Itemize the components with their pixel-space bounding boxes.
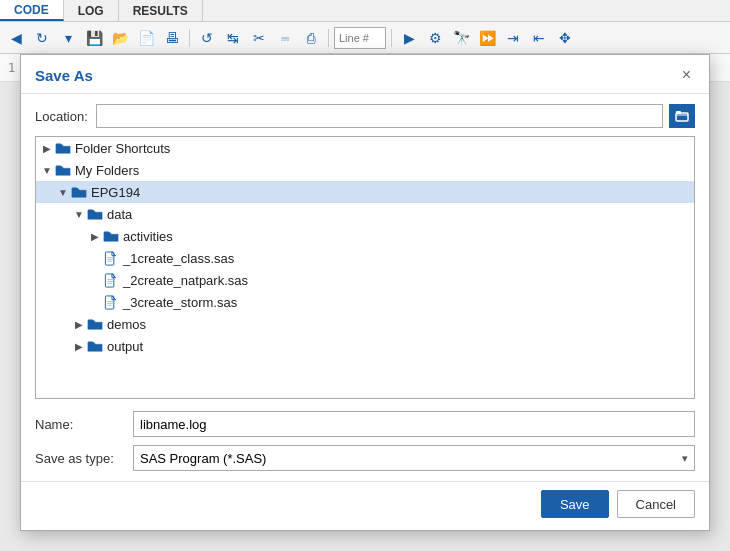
folder-icon-data [86,206,104,222]
sep1 [189,29,190,47]
cut-icon[interactable]: ✂ [247,26,271,50]
save-as-type-select[interactable]: SAS Program (*.SAS) ▾ [133,445,695,471]
dialog-close-button[interactable]: × [678,65,695,85]
svg-rect-20 [88,342,93,345]
svg-rect-0 [676,113,688,121]
dedent-icon[interactable]: ⇤ [527,26,551,50]
save-button[interactable]: Save [541,490,609,518]
print-icon[interactable]: 🖶 [160,26,184,50]
dialog-titlebar: Save As × [21,55,709,94]
new-icon[interactable]: 📄 [134,26,158,50]
svg-rect-19 [88,320,93,323]
tree-item-file3[interactable]: _3create_storm.sas [36,291,694,313]
tree-arrow-activities: ▶ [88,231,102,242]
dialog-body: Location: ▶ Folder Shortcuts▼ My Folders… [21,94,709,481]
folder-icon-demos [86,316,104,332]
undo-icon[interactable]: ↻ [30,26,54,50]
tree-item-folder_shortcuts[interactable]: ▶ Folder Shortcuts [36,137,694,159]
tree-item-data[interactable]: ▼ data [36,203,694,225]
tab-log[interactable]: LOG [64,0,119,21]
line-number-input[interactable] [334,27,386,49]
folder-icon-activities [102,228,120,244]
play-icon[interactable]: ▶ [397,26,421,50]
paste-icon[interactable]: ⎙ [299,26,323,50]
settings-icon[interactable]: ⚙ [423,26,447,50]
tree-arrow-demos: ▶ [72,319,86,330]
tree-item-activities[interactable]: ▶ activities [36,225,694,247]
tree-item-file2[interactable]: _2create_natpark.sas [36,269,694,291]
undo-dropdown-icon[interactable]: ▾ [56,26,80,50]
select-arrow-icon: ▾ [682,452,688,465]
save-as-type-label: Save as type: [35,451,125,466]
redo-icon[interactable]: ↺ [195,26,219,50]
tree-arrow-data: ▼ [72,209,86,220]
tree-arrow-epg194: ▼ [56,187,70,198]
folder-icon-my_folders [54,162,72,178]
save-icon[interactable]: 💾 [82,26,106,50]
tab-bar: CODE LOG RESULTS [0,0,730,22]
folder-icon-folder_shortcuts [54,140,72,156]
open-icon[interactable]: 📂 [108,26,132,50]
save-as-type-value: SAS Program (*.SAS) [140,451,266,466]
tree-item-my_folders[interactable]: ▼ My Folders [36,159,694,181]
svg-rect-7 [105,251,113,264]
tab-results[interactable]: RESULTS [119,0,203,21]
save-as-dialog: Save As × Location: ▶ Folder Shortcuts▼ … [20,54,710,531]
tree-label-folder_shortcuts: Folder Shortcuts [75,141,170,156]
svg-rect-6 [104,232,109,235]
tree-item-demos[interactable]: ▶ demos [36,313,694,335]
folder-icon-epg194 [70,184,88,200]
file-icon-file3 [102,294,120,310]
copy-icon[interactable]: ⎓ [273,26,297,50]
svg-rect-5 [88,210,93,213]
file-icon-file2 [102,272,120,288]
name-input[interactable] [133,411,695,437]
svg-rect-1 [676,111,681,114]
sep3 [391,29,392,47]
location-label: Location: [35,109,90,124]
indent-icon[interactable]: ⇥ [501,26,525,50]
form-fields: Name: Save as type: SAS Program (*.SAS) … [35,407,695,471]
redo2-icon[interactable]: ↹ [221,26,245,50]
tree-item-output[interactable]: ▶ output [36,335,694,357]
dialog-footer: Save Cancel [21,481,709,530]
file-tree: ▶ Folder Shortcuts▼ My Folders▼ EPG194▼ … [35,136,695,399]
svg-rect-15 [105,295,113,308]
dialog-title: Save As [35,67,93,84]
tree-label-demos: demos [107,317,146,332]
expand-icon[interactable]: ✥ [553,26,577,50]
location-browse-button[interactable] [669,104,695,128]
step-icon[interactable]: ⏩ [475,26,499,50]
cancel-button[interactable]: Cancel [617,490,695,518]
location-row: Location: [35,104,695,128]
tree-arrow-my_folders: ▼ [40,165,54,176]
location-bar [96,104,663,128]
tree-item-epg194[interactable]: ▼ EPG194 [36,181,694,203]
tree-label-epg194: EPG194 [91,185,140,200]
tree-label-my_folders: My Folders [75,163,139,178]
sep2 [328,29,329,47]
toolbar: ◀ ↻ ▾ 💾 📂 📄 🖶 ↺ ↹ ✂ ⎓ ⎙ ▶ ⚙ 🔭 ⏩ ⇥ ⇤ ✥ [0,22,730,54]
tree-arrow-output: ▶ [72,341,86,352]
tree-label-file3: _3create_storm.sas [123,295,237,310]
tree-item-file1[interactable]: _1create_class.sas [36,247,694,269]
tree-label-data: data [107,207,132,222]
tab-code[interactable]: CODE [0,0,64,21]
tree-label-file1: _1create_class.sas [123,251,234,266]
svg-rect-4 [72,188,77,191]
svg-rect-11 [105,273,113,286]
tree-label-output: output [107,339,143,354]
debug-icon[interactable]: 🔭 [449,26,473,50]
name-label: Name: [35,417,125,432]
save-as-type-row: Save as type: SAS Program (*.SAS) ▾ [35,445,695,471]
folder-icon-output [86,338,104,354]
tree-label-file2: _2create_natpark.sas [123,273,248,288]
tree-label-activities: activities [123,229,173,244]
svg-rect-2 [56,144,61,147]
tree-arrow-folder_shortcuts: ▶ [40,143,54,154]
file-icon-file1 [102,250,120,266]
svg-rect-3 [56,166,61,169]
run-icon[interactable]: ◀ [4,26,28,50]
name-row: Name: [35,411,695,437]
